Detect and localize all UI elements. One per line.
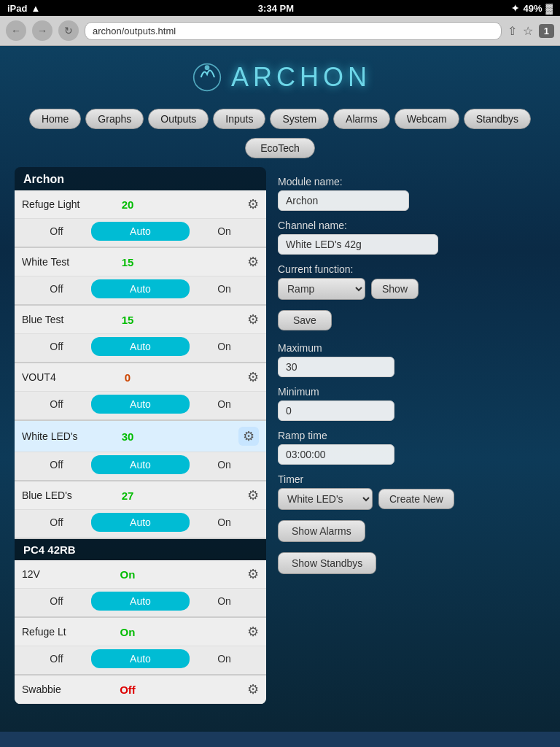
on-button[interactable]: On (190, 513, 259, 532)
table-row: White Test 15 ⚙ (15, 248, 266, 276)
reload-button[interactable]: ↻ (58, 20, 79, 41)
logo-area: ARCHON (0, 46, 560, 103)
output-value: 0 (109, 371, 146, 384)
output-value: On (109, 626, 146, 638)
archon-outputs: Refuge Light 20 ⚙ Off Auto On White Test… (15, 190, 266, 539)
nav-graphs[interactable]: Graphs (85, 109, 144, 129)
control-row: Off Auto On (15, 589, 266, 618)
auto-button[interactable]: Auto (91, 455, 190, 474)
output-name: 12V (22, 568, 109, 580)
off-button[interactable]: Off (22, 395, 91, 414)
auto-button[interactable]: Auto (91, 279, 190, 298)
url-bar[interactable] (85, 22, 502, 40)
bluetooth-icon: ✦ (511, 3, 519, 14)
gear-icon[interactable]: ⚙ (247, 487, 259, 503)
pc4-outputs: 12V On ⚙ Off Auto On Refuge Lt On ⚙ Off (15, 560, 266, 704)
bookmark-button[interactable]: ☆ (523, 24, 533, 38)
nav-outputs[interactable]: Outputs (148, 109, 209, 129)
nav-home[interactable]: Home (29, 109, 81, 129)
status-left: iPad ▲ (7, 3, 40, 14)
show-button[interactable]: Show (371, 279, 419, 299)
gear-icon[interactable]: ⚙ (247, 681, 259, 697)
gear-icon[interactable]: ⚙ (247, 624, 259, 640)
off-button[interactable]: Off (22, 337, 91, 356)
nav-inputs[interactable]: Inputs (213, 109, 265, 129)
control-row: Off Auto On (15, 392, 266, 421)
auto-button[interactable]: Auto (91, 395, 190, 414)
create-new-button[interactable]: Create New (378, 489, 454, 509)
control-row: Off Auto On (15, 452, 266, 481)
show-standbys-button[interactable]: Show Standbys (278, 552, 376, 574)
browser-bar: ← → ↻ ⇧ ☆ 1 (0, 16, 560, 46)
output-name: Swabbie (22, 684, 109, 695)
pc4-section-header: PC4 42RB (15, 539, 266, 560)
control-row: Off Auto On (15, 334, 266, 363)
function-select[interactable]: Ramp (278, 278, 365, 300)
ecotech-button[interactable]: EcoTech (245, 138, 315, 158)
on-button[interactable]: On (190, 455, 259, 474)
nav-standbys[interactable]: Standbys (464, 109, 531, 129)
minimum-input[interactable] (278, 400, 394, 421)
timer-select[interactable]: White LED's (278, 488, 373, 510)
off-button[interactable]: Off (22, 279, 91, 298)
output-value: 15 (109, 256, 146, 268)
gear-icon[interactable]: ⚙ (247, 254, 259, 270)
auto-button[interactable]: Auto (91, 513, 190, 532)
output-value: On (109, 568, 146, 581)
off-button[interactable]: Off (22, 455, 91, 474)
battery-icon: ▓ (546, 3, 553, 14)
auto-button[interactable]: Auto (91, 337, 190, 356)
on-button[interactable]: On (190, 222, 259, 241)
gear-icon[interactable]: ⚙ (247, 196, 259, 212)
forward-button[interactable]: → (32, 20, 52, 41)
ramp-time-input[interactable] (278, 444, 394, 465)
off-button[interactable]: Off (22, 649, 91, 668)
timer-row: White LED's Create New (278, 488, 545, 510)
save-button[interactable]: Save (278, 310, 332, 330)
off-button[interactable]: Off (22, 222, 91, 241)
output-value: Off (109, 684, 146, 696)
module-name-label: Module name: (278, 176, 545, 187)
ramp-time-label: Ramp time (278, 430, 545, 441)
gear-icon[interactable]: ⚙ (247, 566, 259, 582)
output-name: VOUT4 (22, 371, 109, 383)
nav-alarms[interactable]: Alarms (333, 109, 390, 129)
page-background: ARCHON Home Graphs Outputs Inputs System… (0, 46, 560, 732)
output-name: Blue LED's (22, 489, 109, 501)
output-name: White LED's (22, 430, 109, 442)
status-right: ✦ 49% ▓ (511, 3, 553, 14)
on-button[interactable]: On (190, 395, 259, 414)
auto-button[interactable]: Auto (91, 592, 190, 611)
show-alarms-button[interactable]: Show Alarms (278, 520, 365, 542)
on-button[interactable]: On (190, 592, 259, 611)
on-button[interactable]: On (190, 649, 259, 668)
table-row: Refuge Light 20 ⚙ (15, 190, 266, 219)
module-name-input[interactable] (278, 190, 409, 211)
output-value: 30 (109, 430, 146, 443)
auto-button[interactable]: Auto (91, 222, 190, 241)
off-button[interactable]: Off (22, 592, 91, 611)
maximum-label: Maximum (278, 342, 545, 354)
on-button[interactable]: On (190, 337, 259, 356)
off-button[interactable]: Off (22, 513, 91, 532)
output-value: 20 (109, 198, 146, 211)
share-button[interactable]: ⇧ (508, 24, 517, 38)
maximum-input[interactable] (278, 357, 394, 377)
table-row: Refuge Lt On ⚙ (15, 618, 266, 646)
output-name: Refuge Light (22, 198, 109, 210)
output-name: Refuge Lt (22, 626, 109, 638)
tab-count[interactable]: 1 (539, 24, 554, 38)
output-value: 27 (109, 489, 146, 502)
table-row: White LED's 30 ⚙ (15, 421, 266, 452)
channel-name-input[interactable] (278, 234, 438, 255)
gear-icon[interactable]: ⚙ (247, 311, 259, 328)
nav-webcam[interactable]: Webcam (394, 109, 459, 129)
nav-system[interactable]: System (270, 109, 329, 129)
carrier-label: iPad (7, 3, 27, 14)
on-button[interactable]: On (190, 279, 259, 298)
auto-button[interactable]: Auto (91, 649, 190, 668)
back-button[interactable]: ← (6, 20, 26, 41)
gear-icon[interactable]: ⚙ (238, 427, 259, 446)
gear-icon[interactable]: ⚙ (247, 369, 259, 385)
time-label: 3:34 PM (258, 3, 294, 14)
